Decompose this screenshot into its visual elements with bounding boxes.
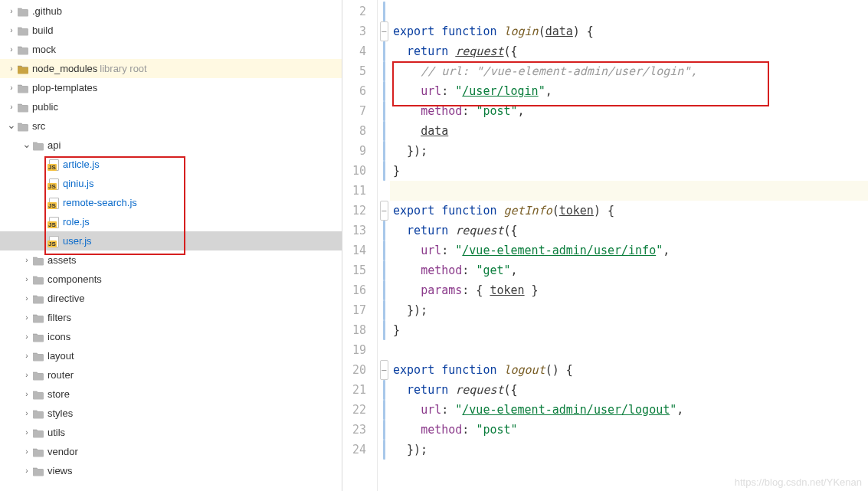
chevron-right-icon[interactable]: ›	[21, 332, 32, 341]
chevron-right-icon[interactable]: ›	[6, 7, 17, 15]
tree-item-src[interactable]: ⌄src	[0, 116, 342, 136]
code-line[interactable]: export function getInfo(token) {	[390, 201, 868, 221]
code-line[interactable]: method: "post",	[390, 101, 868, 121]
chevron-right-icon[interactable]: ›	[21, 409, 32, 417]
folder-icon	[17, 6, 29, 17]
code-line[interactable]: return request({	[390, 41, 868, 61]
code-line[interactable]	[390, 181, 868, 201]
fold-collapse-icon[interactable]: −	[380, 21, 388, 41]
tree-item-role-js[interactable]: ·role.js	[0, 212, 342, 231]
tree-item-label: assets	[47, 254, 77, 266]
fold-guide-icon	[383, 161, 385, 181]
line-number: 16	[342, 280, 377, 300]
tree-item-node-modules[interactable]: ›node_modules library root	[0, 59, 342, 78]
tree-item-remote-search-js[interactable]: ·remote-search.js	[0, 193, 342, 212]
tree-item--github[interactable]: ›.github	[0, 2, 342, 21]
code-line[interactable]: url: "/vue-element-admin/user/info",	[390, 241, 868, 260]
tree-item-directive[interactable]: ›directive	[0, 289, 342, 308]
code-line[interactable]: }	[390, 320, 868, 340]
code-editor[interactable]: 23456789101112131415161718192021222324 −…	[342, 0, 868, 491]
tree-item-label: components	[47, 273, 102, 285]
tree-item-router[interactable]: ›router	[0, 365, 342, 385]
line-number: 7	[342, 101, 377, 121]
tree-item-qiniu-js[interactable]: ·qiniu.js	[0, 174, 342, 193]
code-line[interactable]: export function logout() {	[390, 360, 868, 380]
folder-icon	[32, 293, 44, 304]
chevron-right-icon[interactable]: ›	[21, 294, 32, 303]
code-line[interactable]: return request({	[390, 380, 868, 400]
chevron-down-icon[interactable]: ⌄	[6, 119, 17, 131]
chevron-right-icon[interactable]: ›	[21, 275, 32, 283]
code-line[interactable]: url: "/user/login",	[390, 81, 868, 101]
js-file-icon	[47, 236, 60, 247]
fold-guide-icon	[383, 420, 385, 440]
code-line[interactable]: url: "/vue-element-admin/user/logout",	[390, 400, 868, 420]
chevron-right-icon[interactable]: ›	[21, 256, 32, 264]
fold-guide-icon	[383, 101, 385, 121]
chevron-right-icon[interactable]: ›	[21, 447, 32, 456]
code-line[interactable]: return request({	[390, 221, 868, 241]
code-line[interactable]: });	[390, 300, 868, 320]
chevron-right-icon[interactable]: ›	[21, 428, 32, 437]
code-line[interactable]	[390, 340, 868, 360]
code-line[interactable]: });	[390, 440, 868, 460]
code-line[interactable]: }	[390, 161, 868, 181]
tree-item-plop-templates[interactable]: ›plop-templates	[0, 78, 342, 97]
fold-gutter: −−−	[378, 0, 390, 491]
chevron-down-icon[interactable]: ⌄	[21, 138, 32, 150]
code-line[interactable]: export function login(data) {	[390, 21, 868, 41]
code-area[interactable]: export function login(data) { return req…	[390, 0, 868, 491]
code-line[interactable]	[390, 2, 868, 21]
tree-item-article-js[interactable]: ·article.js	[0, 155, 342, 174]
line-number: 14	[342, 241, 377, 260]
tree-item-label: views	[47, 465, 73, 476]
chevron-right-icon[interactable]: ›	[21, 371, 32, 379]
line-number: 3	[342, 21, 377, 41]
code-line[interactable]: // url: "/vue-element-admin/user/login",	[390, 61, 868, 81]
tree-item-vendor[interactable]: ›vendor	[0, 442, 342, 461]
chevron-right-icon[interactable]: ›	[6, 45, 17, 54]
chevron-right-icon[interactable]: ›	[6, 26, 17, 34]
chevron-right-icon[interactable]: ›	[6, 64, 17, 73]
chevron-right-icon[interactable]: ›	[21, 466, 32, 475]
code-line[interactable]: method: "post"	[390, 420, 868, 440]
chevron-right-icon[interactable]: ›	[21, 313, 32, 322]
code-line[interactable]: data	[390, 121, 868, 141]
tree-item-label: public	[32, 101, 58, 113]
fold-guide-icon	[383, 440, 385, 460]
tree-item-label: utils	[47, 427, 65, 438]
line-number: 2	[342, 2, 377, 21]
tree-item-components[interactable]: ›components	[0, 270, 342, 289]
chevron-right-icon[interactable]: ›	[21, 352, 32, 360]
tree-item-filters[interactable]: ›filters	[0, 308, 342, 327]
tree-item-label: mock	[32, 44, 56, 55]
project-tree-panel: ›.github›build›mock›node_modules library…	[0, 0, 342, 491]
code-line[interactable]: params: { token }	[390, 280, 868, 300]
fold-collapse-icon[interactable]: −	[380, 360, 388, 380]
code-line[interactable]: });	[390, 141, 868, 161]
tree-item-label: src	[32, 120, 45, 132]
tree-item-label: .github	[32, 5, 62, 17]
tree-item-store[interactable]: ›store	[0, 385, 342, 404]
tree-item-public[interactable]: ›public	[0, 97, 342, 116]
tree-item-label: router	[47, 369, 74, 381]
tree-item-assets[interactable]: ›assets	[0, 250, 342, 270]
chevron-right-icon[interactable]: ›	[6, 83, 17, 92]
tree-item-styles[interactable]: ›styles	[0, 404, 342, 423]
fold-collapse-icon[interactable]: −	[380, 201, 388, 221]
chevron-right-icon[interactable]: ›	[21, 390, 32, 398]
line-number: 4	[342, 41, 377, 61]
tree-item-user-js[interactable]: ·user.js	[0, 231, 342, 250]
tree-item-layout[interactable]: ›layout	[0, 346, 342, 365]
line-number: 17	[342, 300, 377, 320]
tree-item-mock[interactable]: ›mock	[0, 40, 342, 59]
tree-item-icons[interactable]: ›icons	[0, 327, 342, 346]
tree-item-build[interactable]: ›build	[0, 21, 342, 40]
fold-guide-icon	[383, 260, 385, 280]
chevron-right-icon[interactable]: ›	[6, 103, 17, 111]
tree-item-api[interactable]: ⌄api	[0, 136, 342, 155]
tree-item-utils[interactable]: ›utils	[0, 423, 342, 442]
tree-item-views[interactable]: ›views	[0, 461, 342, 480]
code-line[interactable]: method: "get",	[390, 260, 868, 280]
folder-icon	[32, 408, 44, 419]
